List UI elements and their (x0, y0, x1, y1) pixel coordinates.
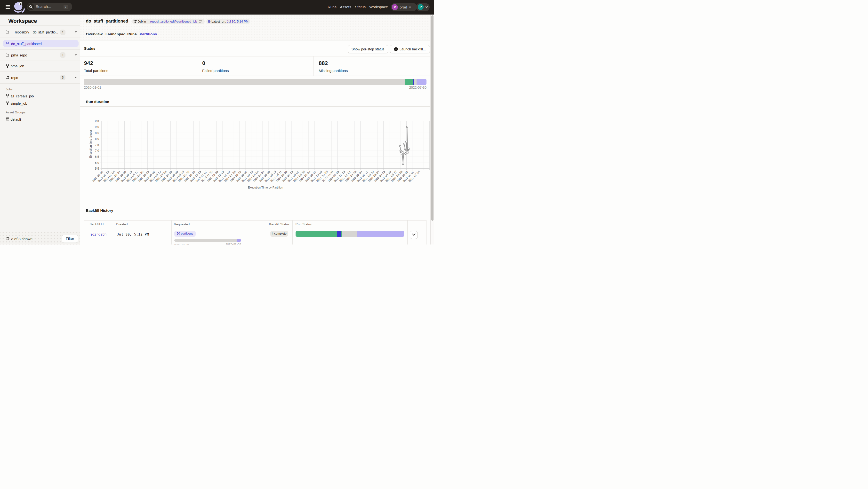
svg-text:7.0: 7.0 (95, 149, 99, 153)
svg-text:6.0: 6.0 (95, 161, 99, 165)
svg-text:9.0: 9.0 (95, 125, 99, 129)
svg-text:7.5: 7.5 (95, 143, 99, 146)
svg-text:5.5: 5.5 (95, 167, 99, 170)
svg-text:8.0: 8.0 (95, 137, 99, 140)
svg-text:Execution Time by Partition: Execution Time by Partition (248, 186, 283, 189)
svg-text:8.5: 8.5 (95, 131, 99, 135)
svg-text:9.5: 9.5 (95, 119, 99, 123)
svg-text:6.5: 6.5 (95, 155, 99, 159)
svg-text:Execution time (secs): Execution time (secs) (89, 130, 92, 158)
